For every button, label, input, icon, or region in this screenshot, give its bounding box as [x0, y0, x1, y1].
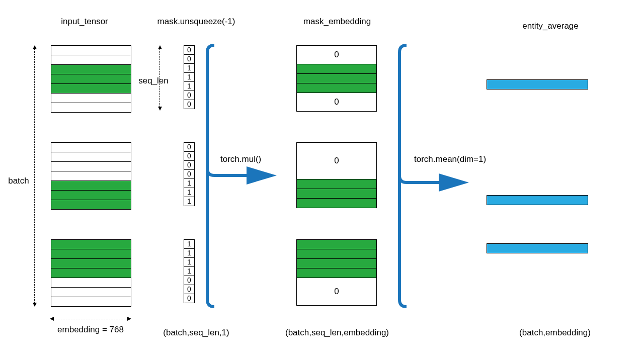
batch-dim-arrow: [34, 46, 35, 306]
mask-col-1: 00 11 10 0: [184, 45, 195, 109]
input-tensor-title: input_tensor: [54, 17, 115, 27]
seqlen-label: seq_len: [133, 76, 174, 86]
input-tensor-1: [51, 45, 131, 113]
mask-title: mask.unsqueeze(-1): [151, 17, 242, 27]
mul-arrow-icon: [205, 43, 286, 310]
mask-emb-2: 0: [296, 142, 377, 208]
mean-arrow-icon: [397, 43, 478, 310]
batch-label: batch: [6, 176, 31, 186]
mask-emb-1: 0 0: [296, 45, 377, 112]
embedding-dim-arrow: [51, 319, 130, 319]
embedding-label: embedding = 768: [48, 325, 133, 335]
mul-op-label: torch.mul(): [220, 154, 281, 164]
mask-embedding-title: mask_embedding: [287, 17, 387, 27]
mask-emb-3: 0: [296, 239, 377, 306]
input-tensor-2: [51, 142, 131, 210]
input-tensor-3: [51, 239, 131, 307]
entity-avg-bar-3: [487, 243, 588, 253]
mask-col-3: 11 11 00 0: [184, 239, 195, 303]
mask-col-2: 00 00 11 1: [184, 142, 195, 206]
entity-average-title: entity_average: [510, 21, 591, 31]
entity-avg-bar-2: [487, 195, 588, 205]
mean-op-label: torch.mean(dim=1): [414, 154, 505, 164]
mask-shape: (batch,seq_len,1): [151, 328, 242, 338]
entity-avg-shape: (batch,embedding): [502, 328, 608, 338]
mask-emb-shape: (batch,seq_len,embedding): [272, 328, 403, 338]
entity-avg-bar-1: [487, 79, 588, 89]
